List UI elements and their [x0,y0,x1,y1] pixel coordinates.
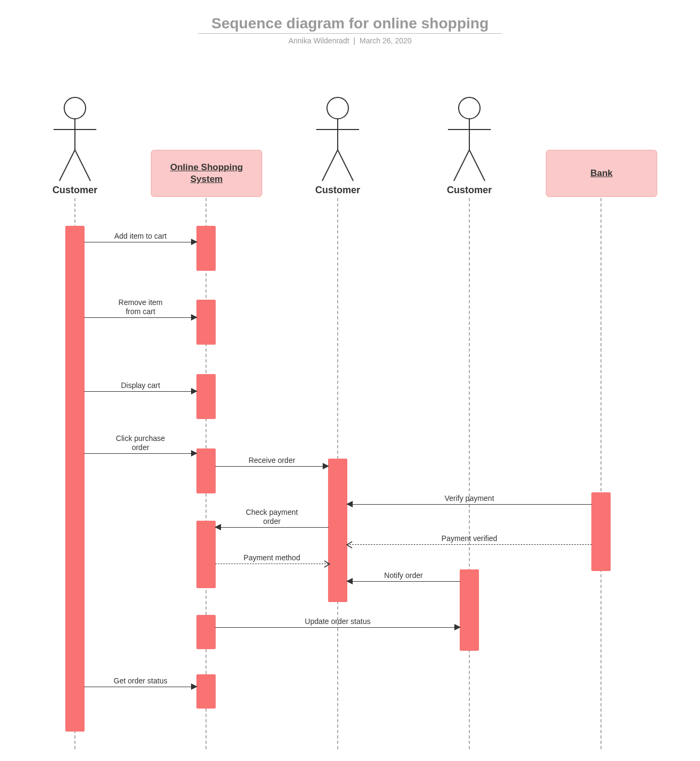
svg-line-14 [469,150,485,181]
svg-line-9 [338,150,353,181]
activation-customer1 [65,226,85,732]
message: Notify order [347,574,460,584]
message: Update order status [215,620,460,630]
activation-system [196,521,216,588]
lifeline-bank [600,198,602,749]
activation-customer3 [460,569,479,651]
svg-line-4 [75,150,90,181]
message-line [215,527,329,528]
lane-label-customer3: Customer [447,185,492,196]
message: Verify payment [347,497,592,507]
message-line [347,581,460,582]
message-line [84,317,197,318]
actor-icon [446,96,492,184]
message: Click purchase order [84,446,197,456]
message-label: Payment method [215,553,329,562]
message: Get order status [84,679,197,690]
message: Display cart [84,384,197,394]
message-line [215,627,460,628]
message-label: Check payment order [215,508,329,526]
message-line [347,544,592,545]
page-title: Sequence diagram for online shopping [0,15,700,32]
message-line [84,453,197,454]
message-line [84,242,197,242]
message-label: Update order status [215,617,460,626]
date: March 26, 2020 [360,36,412,45]
message-line [84,687,197,687]
message-label: Remove item from cart [84,298,197,316]
title-underline [198,33,502,34]
activation-bank [591,492,611,571]
svg-point-10 [459,97,480,119]
message: Remove item from cart [84,310,197,321]
lane-label-customer1: Customer [52,185,97,196]
message-line [215,564,329,564]
svg-point-5 [327,97,348,119]
activation-system [196,300,216,345]
message-label: Receive order [215,456,329,465]
message-label: Verify payment [347,494,592,503]
svg-line-3 [59,150,75,181]
activation-system [196,374,216,419]
message: Add item to cart [84,234,197,245]
message-label: Display cart [84,381,197,390]
lane-label-customer2: Customer [315,185,360,196]
message: Check payment order [215,520,329,530]
message-line [84,391,197,392]
activation-system [196,615,216,649]
activation-system [196,226,216,271]
svg-point-0 [64,97,86,119]
actor-icon [52,96,98,184]
message-label: Notify order [347,571,460,580]
message: Payment method [215,556,329,567]
activation-system [196,674,216,709]
message-label: Click purchase order [84,434,197,452]
activation-system [196,448,216,493]
message-line [347,504,592,505]
page-meta: Annika Wildenradt | March 26, 2020 [0,36,700,45]
system-box-bank: Bank [546,150,657,197]
message-label: Add item to cart [84,232,197,241]
activation-customer2 [328,459,347,602]
message: Receive order [215,459,329,469]
message-label: Payment verified [347,534,592,543]
actor-icon [315,96,361,184]
lifeline-customer3 [469,198,470,749]
system-box-system: Online Shopping System [151,150,262,197]
author: Annika Wildenradt [288,36,349,45]
message: Payment verified [347,537,592,547]
message-line [215,466,329,467]
svg-line-13 [454,150,469,181]
message-label: Get order status [84,676,197,686]
svg-line-8 [322,150,338,181]
